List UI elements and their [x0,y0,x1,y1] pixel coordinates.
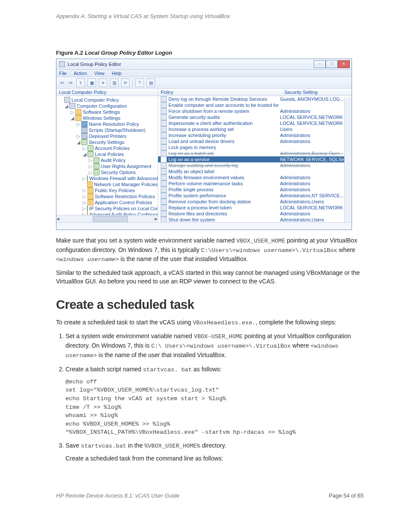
col-policy[interactable]: Policy [161,90,284,95]
policy-row[interactable]: Profile system performanceAdministrators… [158,193,352,199]
tree-node[interactable]: ▷Software Settings [58,109,158,115]
tree-node[interactable]: ▷Account Policies [58,145,158,151]
close-button[interactable]: ✕ [338,60,350,68]
tree-node[interactable]: ▷Deployed Printers [58,133,158,139]
filter-button[interactable]: ▤ [146,78,155,87]
tree-node[interactable]: Local Computer Policy [58,97,158,103]
tree-node[interactable]: Network List Manager Policies [58,181,158,187]
maximize-button[interactable]: □ [326,60,338,68]
heading-create-task: Create a scheduled task [56,298,364,312]
help-button[interactable]: ? [135,78,144,87]
policy-row[interactable]: Lock pages in memory [158,144,352,150]
back-button[interactable]: ⇦ [59,79,65,87]
menubar[interactable]: File Action View Help [56,70,352,77]
tree-node[interactable]: ▷Audit Policy [58,157,158,163]
minimize-button[interactable]: – [314,60,326,68]
tree-pane[interactable]: Local Computer Policy Local Computer Pol… [56,89,158,222]
policy-row[interactable]: Modify firmware environment valuesAdmini… [158,174,352,180]
toolbar: ⇦ ⇨ ⇧ ▦ ✕ ▥ ⟳ ? ▤ [56,77,352,89]
para-rdp-note: Similar to the scheduled task approach, … [56,268,364,286]
tree-node[interactable]: ▷User Rights Assignment [58,163,158,169]
para-env-var: Make sure that you set a system wide env… [56,236,364,264]
policy-row[interactable]: Increase a process working setUsers [158,126,352,132]
app-icon [59,61,65,67]
refresh-button[interactable]: ⟳ [121,78,130,87]
tree-node[interactable]: ◢Computer Configuration [58,103,158,109]
policy-row[interactable]: Replace a process level tokenLOCAL SERVI… [158,205,352,211]
tree-node[interactable]: ▷Application Control Policies [58,199,158,205]
window-title: Local Group Policy Editor [68,62,311,67]
menu-file[interactable]: File [59,71,67,76]
menu-help[interactable]: Help [112,71,122,76]
show-button[interactable]: ▦ [87,78,96,87]
page-footer: HP Remote Device Access 8.1: vCAS User G… [56,492,364,499]
policy-row[interactable]: Log on as a batch jobAdministrators,Back… [158,150,352,156]
tree-node[interactable]: ◢Security Settings [58,139,158,145]
policy-row[interactable]: Force shutdown from a remote systemAdmin… [158,108,352,114]
menu-action[interactable]: Action [74,71,87,76]
forward-button[interactable]: ⇨ [68,79,74,87]
tree-node[interactable]: ◢Local Policies [58,151,158,157]
menu-view[interactable]: View [94,71,105,76]
policy-row[interactable]: Generate security auditsLOCAL SERVICE,NE… [158,114,352,120]
footer-doc-title: HP Remote Device Access 8.1: vCAS User G… [56,492,180,499]
up-button[interactable]: ⇧ [76,78,85,87]
tree-node[interactable]: ▷Security Options [58,169,158,175]
policy-row[interactable]: Increase scheduling priorityAdministrato… [158,132,352,138]
policy-row[interactable]: Profile single processAdministrators [158,187,352,193]
policy-row[interactable]: Modify an object label [158,168,352,174]
policy-row[interactable]: Shut down the systemAdministrators,Users [158,217,352,222]
col-security[interactable]: Security Setting [284,90,349,95]
steps-list: Set a system wide environment variable n… [56,332,364,463]
policy-row[interactable]: Enable computer and user accounts to be … [158,102,352,108]
tree-node[interactable]: ▷IP Security Policies on Local Computer [58,205,158,212]
tree-node[interactable]: ▷Name Resolution Policy [58,121,158,127]
figure-label: Figure A.2 [56,50,83,56]
policy-row[interactable]: Impersonate a client after authenticatio… [158,120,352,126]
list-vscrollbar[interactable] [344,97,352,222]
properties-button[interactable]: ▥ [110,78,118,87]
policy-row[interactable]: Load and unload device driversAdministra… [158,138,352,144]
footer-page-number: Page 54 of 65 [329,492,364,499]
tree-node[interactable]: Scripts (Startup/Shutdown) [58,127,158,133]
policy-row[interactable]: Remove computer from docking stationAdmi… [158,199,352,205]
tree-node[interactable]: ▷Public Key Policies [58,187,158,193]
policy-row[interactable]: Perform volume maintenance tasksAdminist… [158,180,352,187]
figure-caption: Figure A.2 Local Group Policy Editor Log… [56,50,364,56]
tree-node[interactable]: ▷Windows Firewall with Advanced Secu [58,175,158,181]
tree-header[interactable]: Local Computer Policy [56,89,158,96]
statusbar [56,222,352,230]
step-2: Create a batch script named startvcas. b… [65,365,364,437]
policy-row[interactable]: Restore files and directoriesAdministrat… [158,211,352,217]
list-header[interactable]: Policy Security Setting [158,89,352,96]
figure-title: Local Group Policy Editor Logon [85,50,172,56]
tree-hscrollbar[interactable]: ◀▶ [56,215,158,222]
list-pane[interactable]: Policy Security Setting Deny log on thro… [158,89,352,222]
gpedit-window: Local Group Policy Editor – □ ✕ File Act… [56,59,352,230]
tree-node[interactable]: ▷Software Restriction Policies [58,193,158,199]
para-intro-steps: To create a scheduled task to start the … [56,318,364,327]
tree-node[interactable]: ◢Windows Settings [58,115,158,121]
appendix-header: Appendix A: Starting a Virtual CAS at Sy… [56,13,364,19]
policy-row[interactable]: Manage auditing and security logAdminist… [158,162,352,168]
policy-row[interactable]: Deny log on through Remote Desktop Servi… [158,96,352,102]
step-3: Save startvcas.bat in the %VBOX_USER_HOM… [65,441,364,463]
batch-script: @echo off set log="%VBOX_USER_HOME%\star… [65,378,364,437]
delete-button[interactable]: ✕ [99,78,107,87]
policy-row[interactable]: Log on as a serviceNETWORK SERVICE, SQLS… [158,156,352,162]
step-1: Set a system wide environment variable n… [65,332,364,361]
titlebar[interactable]: Local Group Policy Editor – □ ✕ [56,59,352,70]
